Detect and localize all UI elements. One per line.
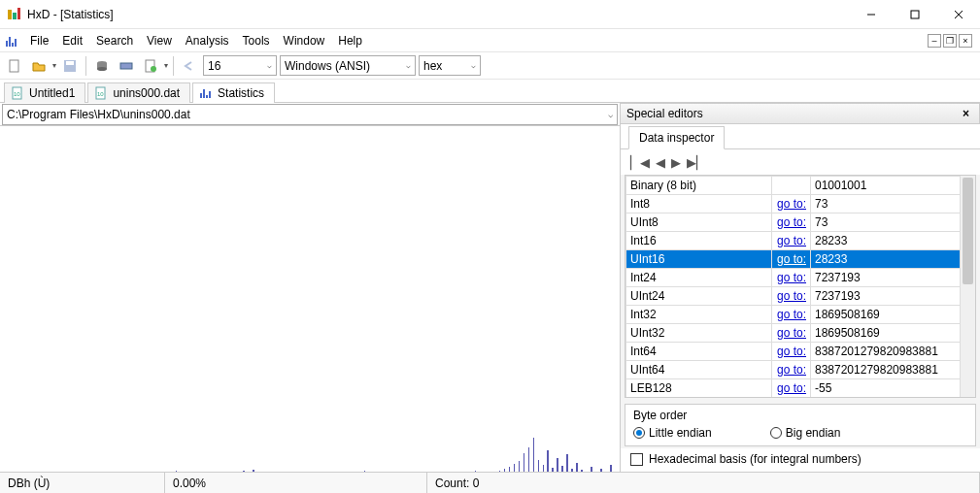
histogram-bar (499, 471, 500, 472)
type-label: UInt32 (626, 324, 772, 343)
menu-tools[interactable]: Tools (236, 31, 277, 50)
histogram-bar (243, 471, 244, 472)
status-bar: DBh (Ù) 0.00% Count: 0 (0, 472, 980, 493)
inspector-row[interactable]: Int16go to:28233 (626, 232, 975, 250)
inspector-row[interactable]: UInt64go to:8387201279820983881 (626, 361, 975, 379)
byte-histogram[interactable] (0, 126, 620, 472)
goto-link[interactable]: go to: (772, 287, 811, 306)
close-button[interactable] (936, 0, 980, 28)
value-cell[interactable]: 1869508169 (811, 306, 975, 324)
menu-file[interactable]: File (23, 31, 55, 50)
process-dropdown-icon[interactable]: ▾ (164, 61, 168, 70)
inspector-row[interactable]: UInt8go to:73 (626, 214, 975, 232)
file-path-value: C:\Program Files\HxD\unins000.dat (7, 108, 190, 121)
menu-analysis[interactable]: Analysis (179, 31, 236, 50)
goto-link[interactable]: go to: (772, 361, 811, 379)
menu-help[interactable]: Help (331, 31, 369, 50)
process-button[interactable] (140, 55, 161, 77)
nav-first-button[interactable]: ▏◀ (630, 155, 650, 170)
nav-last-button[interactable]: ▶▏ (687, 155, 706, 170)
goto-link[interactable]: go to: (772, 398, 811, 399)
tab-unins000[interactable]: 10 unins000.dat (87, 82, 190, 103)
goto-link[interactable]: go to: (772, 214, 811, 232)
goto-link[interactable]: go to: (772, 324, 811, 343)
inspector-row[interactable]: Binary (8 bit)01001001 (626, 177, 975, 195)
grid-scrollbar[interactable] (960, 176, 975, 397)
type-label: ULEB128 (626, 398, 772, 399)
type-label: UInt64 (626, 361, 772, 379)
menu-edit[interactable]: Edit (55, 31, 89, 50)
inspector-row[interactable]: Int24go to:7237193 (626, 269, 975, 287)
value-cell[interactable]: 01001001 (811, 177, 975, 195)
menu-window[interactable]: Window (277, 31, 332, 50)
histogram-bar (600, 469, 601, 472)
value-cell[interactable]: 7237193 (811, 287, 975, 306)
svg-rect-7 (6, 41, 8, 47)
ram-button[interactable] (116, 55, 137, 77)
value-cell[interactable]: 8387201279820983881 (811, 361, 975, 379)
view-mode-select[interactable]: hex⌵ (419, 55, 481, 76)
inspector-row[interactable]: UInt24go to:7237193 (626, 287, 975, 306)
inspector-row[interactable]: Int8go to:73 (626, 195, 975, 214)
nav-next-button[interactable]: ▶ (671, 155, 681, 170)
menu-search[interactable]: Search (89, 31, 140, 50)
goto-link[interactable]: go to: (772, 250, 811, 269)
undo-button[interactable] (179, 55, 200, 77)
value-cell[interactable]: 8387201279820983881 (811, 343, 975, 361)
goto-link[interactable]: go to: (772, 343, 811, 361)
goto-link[interactable]: go to: (772, 306, 811, 324)
value-cell[interactable]: 28233 (811, 250, 975, 269)
menu-view[interactable]: View (140, 31, 179, 50)
nav-prev-button[interactable]: ◀ (656, 155, 665, 170)
value-cell[interactable]: 73 (811, 398, 975, 399)
value-cell[interactable]: 73 (811, 214, 975, 232)
minimize-button[interactable] (849, 0, 893, 28)
bytes-per-row-select[interactable]: 16⌵ (203, 55, 277, 76)
tab-data-inspector[interactable]: Data inspector (628, 126, 725, 149)
checkbox-label: Hexadecimal basis (for integral numbers) (649, 452, 862, 466)
mdi-close-button[interactable]: × (959, 34, 972, 48)
open-button[interactable] (28, 55, 50, 77)
new-button[interactable] (4, 55, 25, 77)
panel-close-button[interactable]: × (959, 107, 973, 120)
histogram-bar (571, 469, 572, 472)
histogram-bar (475, 471, 476, 472)
tab-untitled1[interactable]: 10 Untitled1 (4, 82, 85, 103)
disk-button[interactable] (91, 55, 113, 77)
tab-statistics[interactable]: Statistics (192, 82, 275, 103)
value-cell[interactable]: 73 (811, 195, 975, 214)
hex-file-icon: 10 (11, 86, 24, 100)
open-dropdown-icon[interactable]: ▾ (52, 61, 56, 70)
save-button[interactable] (59, 55, 81, 77)
inspector-row[interactable]: Int32go to:1869508169 (626, 306, 975, 324)
chevron-down-icon: ⌵ (267, 61, 272, 70)
value-cell[interactable]: 7237193 (811, 269, 975, 287)
mdi-restore-button[interactable]: ❐ (943, 34, 957, 48)
scrollbar-thumb[interactable] (963, 178, 973, 284)
data-inspector-grid[interactable]: Binary (8 bit)01001001Int8go to:73UInt8g… (625, 176, 975, 398)
maximize-button[interactable] (893, 0, 936, 28)
file-path-combo[interactable]: C:\Program Files\HxD\unins000.dat ⌵ (2, 104, 618, 125)
radio-big-endian[interactable]: Big endian (770, 426, 841, 440)
radio-little-endian[interactable]: Little endian (633, 426, 712, 440)
goto-link[interactable]: go to: (772, 195, 811, 214)
value-cell[interactable]: 1869508169 (811, 324, 975, 343)
mdi-minimize-button[interactable]: – (928, 34, 941, 48)
checkbox-hex-basis[interactable] (630, 453, 643, 466)
encoding-select[interactable]: Windows (ANSI)⌵ (280, 55, 416, 76)
goto-link[interactable]: go to: (772, 232, 811, 250)
inspector-row[interactable]: UInt32go to:1869508169 (626, 324, 975, 343)
histogram-bar (176, 471, 177, 472)
inspector-row[interactable]: LEB128go to:-55 (626, 379, 975, 398)
app-icon (6, 7, 21, 22)
goto-link[interactable]: go to: (772, 269, 811, 287)
inspector-row[interactable]: Int64go to:8387201279820983881 (626, 343, 975, 361)
histogram-bar (364, 471, 365, 472)
goto-link[interactable]: go to: (772, 379, 811, 398)
value-cell[interactable]: 28233 (811, 232, 975, 250)
inspector-row[interactable]: ULEB128go to:73 (626, 398, 975, 399)
status-offset: DBh (Ù) (0, 473, 165, 493)
radio-label: Big endian (786, 426, 841, 440)
value-cell[interactable]: -55 (811, 379, 975, 398)
inspector-row[interactable]: UInt16go to:28233 (626, 250, 975, 269)
